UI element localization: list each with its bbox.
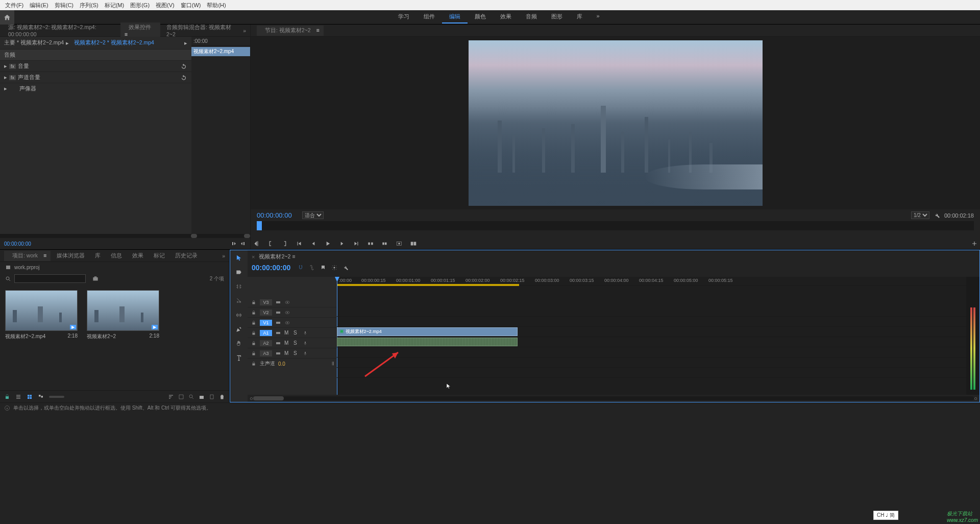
zoom-slider[interactable] — [49, 396, 64, 398]
effect-panner[interactable]: ▸声像器 — [0, 83, 191, 94]
goto-out-icon[interactable] — [353, 240, 360, 247]
timeline-ruler[interactable]: :00:00 00:00:00:15 00:00:01:00 00:00:01:… — [337, 277, 966, 286]
tab-program[interactable]: 节目: 视频素材2~2 ≡ — [257, 26, 324, 36]
lock-icon[interactable] — [251, 299, 257, 305]
master-track[interactable]: 主声道 0.0 ⫴ — [248, 359, 337, 369]
timeline-zoom-scrollbar[interactable] — [253, 396, 974, 400]
export-frame-icon[interactable] — [396, 240, 403, 247]
master-db[interactable]: 0.0 — [278, 361, 285, 367]
toggle-output-icon[interactable] — [275, 340, 281, 346]
solo-button[interactable]: S — [293, 330, 300, 336]
lock-icon[interactable] — [251, 361, 257, 367]
program-fit-select[interactable]: 适合 — [302, 211, 324, 219]
track-v3-lane[interactable] — [337, 306, 966, 317]
video-clip[interactable]: ▣ 视频素材2~2.mp4 — [337, 327, 518, 336]
program-ruler[interactable] — [257, 221, 974, 230]
new-bin-button-icon[interactable] — [199, 394, 205, 400]
track-name[interactable]: A3 — [260, 350, 272, 356]
track-a2-lane[interactable] — [337, 347, 966, 358]
audio-clip[interactable] — [337, 338, 518, 346]
project-item[interactable]: ▶ 视频素材2~2 2:18 — [87, 290, 159, 385]
play-icon[interactable] — [324, 240, 331, 247]
menu-marker[interactable]: 标记(M) — [102, 2, 128, 9]
workspace-editing[interactable]: 编辑 — [442, 11, 468, 23]
wrench-icon[interactable] — [342, 265, 349, 271]
hand-tool[interactable] — [234, 339, 243, 348]
workspace-color[interactable]: 颜色 — [468, 11, 493, 23]
track-header-v2[interactable]: V2 — [248, 307, 337, 318]
toggle-output-icon[interactable] — [275, 309, 281, 316]
wrench-icon[interactable] — [934, 212, 940, 219]
tab-history[interactable]: 历史记录 — [171, 251, 202, 261]
marker-icon[interactable] — [320, 265, 326, 271]
toggle-output-icon[interactable] — [275, 320, 281, 326]
tab-markers[interactable]: 标记 — [150, 251, 169, 261]
tab-source[interactable]: 源: 视频素材2~2: 视频素材2~2.mp4: 00:00:00:00 — [4, 22, 118, 39]
tab-media-browser[interactable]: 媒体浏览器 — [53, 251, 89, 261]
track-v2-lane[interactable] — [337, 317, 966, 327]
menu-file[interactable]: 文件(F) — [2, 2, 27, 9]
project-search-input[interactable] — [14, 274, 86, 283]
snap-icon[interactable] — [298, 265, 304, 271]
ime-indicator[interactable]: CH ♩ 简 — [873, 511, 898, 520]
timeline-tab[interactable]: 视频素材2~2 ≡ — [255, 252, 299, 261]
tab-project[interactable]: 项目: work ≡ — [4, 251, 51, 261]
lock-icon[interactable] — [4, 394, 10, 400]
project-thumbnail[interactable]: ▶ — [5, 290, 78, 331]
lock-icon[interactable] — [251, 330, 257, 336]
voice-icon[interactable] — [303, 330, 308, 336]
workspace-audio[interactable]: 音频 — [519, 11, 544, 23]
track-name[interactable]: V3 — [260, 299, 272, 305]
effect-channel-volume[interactable]: ▸fx声道音量 — [0, 72, 191, 83]
trash-icon[interactable] — [219, 394, 225, 400]
menu-graphics[interactable]: 图形(G) — [127, 2, 153, 9]
icon-view-icon[interactable] — [27, 394, 33, 400]
toggle-output-icon[interactable] — [275, 299, 281, 305]
menu-edit[interactable]: 编辑(E) — [27, 2, 52, 9]
effect-timeline-clip[interactable]: 视频素材2~2.mp4 — [191, 47, 250, 56]
automatch-icon[interactable] — [178, 394, 184, 400]
track-select-tool[interactable] — [234, 268, 243, 277]
lock-icon[interactable] — [251, 320, 257, 326]
eye-icon[interactable] — [284, 299, 290, 305]
workspace-assembly[interactable]: 组件 — [416, 11, 442, 23]
sort-icon[interactable] — [168, 394, 174, 400]
track-name[interactable]: A2 — [260, 340, 272, 346]
effect-audio-header[interactable]: 音频 — [0, 49, 191, 60]
menu-clip[interactable]: 剪辑(C) — [52, 2, 77, 9]
solo-button[interactable]: S — [293, 340, 300, 346]
reset-icon[interactable] — [180, 74, 187, 81]
track-v1-lane[interactable]: ▣ 视频素材2~2.mp4 — [337, 327, 966, 337]
effect-timecode[interactable]: 00:00:00:00 — [4, 241, 31, 247]
program-video[interactable] — [251, 37, 980, 209]
new-item-icon[interactable] — [209, 394, 215, 400]
extract-icon[interactable] — [381, 240, 388, 247]
pen-tool[interactable] — [234, 325, 243, 334]
linked-selection-icon[interactable] — [309, 265, 315, 271]
razor-tool[interactable] — [234, 296, 243, 305]
tab-info[interactable]: 信息 — [107, 251, 126, 261]
menu-window[interactable]: 窗口(W) — [178, 2, 204, 9]
add-button-icon[interactable] — [971, 240, 978, 247]
track-name[interactable]: V2 — [260, 309, 272, 316]
effect-nav-icon[interactable] — [240, 241, 246, 247]
step-back-icon[interactable] — [310, 240, 317, 247]
mute-button[interactable]: M — [284, 350, 290, 356]
solo-button[interactable]: S — [293, 350, 300, 356]
mark-in-icon[interactable] — [253, 240, 260, 247]
program-timecode[interactable]: 00:00:00:00 — [257, 211, 292, 219]
track-name[interactable]: A1 — [260, 330, 272, 336]
lock-icon[interactable] — [251, 340, 257, 346]
workspace-learn[interactable]: 学习 — [391, 11, 416, 23]
program-resolution-select[interactable]: 1/2 — [911, 211, 929, 219]
mute-button[interactable]: M — [284, 330, 290, 336]
step-forward-icon[interactable] — [338, 240, 346, 247]
master-lane[interactable] — [337, 368, 966, 378]
freeform-view-icon[interactable] — [38, 394, 44, 400]
voice-icon[interactable] — [303, 341, 308, 346]
track-header-v1[interactable]: V1 — [248, 318, 337, 328]
type-tool[interactable] — [234, 353, 243, 363]
effect-volume[interactable]: ▸fx音量 — [0, 60, 191, 72]
tab-libraries[interactable]: 库 — [91, 251, 105, 261]
project-item[interactable]: ▶ 视频素材2~2.mp4 2:18 — [5, 290, 78, 385]
